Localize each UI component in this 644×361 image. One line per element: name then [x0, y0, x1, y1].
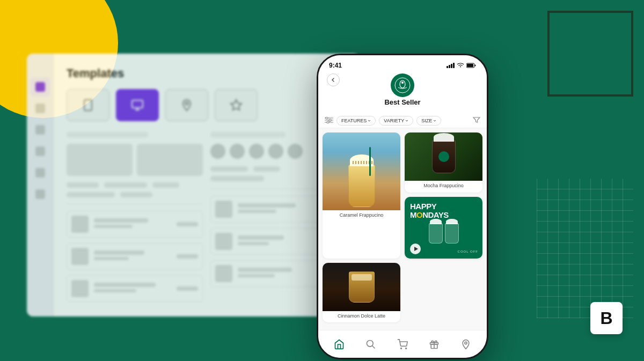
hm-cup-body-right: [445, 223, 459, 244]
svg-point-20: [367, 340, 374, 347]
product-mocha[interactable]: Mocha Frappucino: [405, 132, 482, 193]
svg-point-18: [329, 119, 331, 121]
pill-6: [210, 166, 248, 172]
icon-phone[interactable]: [67, 89, 109, 121]
nav-cart[interactable]: [397, 339, 408, 350]
list-line-2a: [94, 251, 144, 255]
battery-icon: [466, 63, 476, 68]
svg-point-10: [393, 76, 412, 94]
thumb-2: [137, 144, 203, 176]
svg-rect-8: [467, 64, 473, 67]
home-icon: [334, 339, 345, 350]
section-bar-2: [210, 132, 286, 137]
sidebar-active-dot: [35, 82, 45, 92]
hm-cup-right: [445, 223, 459, 244]
filter-chip-features[interactable]: FEATURES: [336, 116, 376, 126]
filter-funnel-icon[interactable]: [473, 116, 480, 126]
avatar-4: [268, 144, 283, 159]
list-item-2: [67, 243, 203, 270]
avatar-5: [288, 144, 303, 159]
list-line-1b: [94, 225, 133, 228]
back-button[interactable]: [327, 73, 340, 86]
sidebar-dot-5: [35, 189, 45, 199]
pill-4: [67, 192, 115, 197]
cinnamon-label: Cinnamon Dolce Latte: [323, 311, 400, 323]
list-thumb-4: [215, 201, 232, 218]
funnel-icon: [473, 116, 480, 124]
list-lines-6: [238, 268, 315, 279]
mocha-cup-art: [432, 140, 456, 173]
svg-point-17: [326, 117, 328, 119]
icon-monitor[interactable]: [116, 89, 159, 121]
list-lines-3: [94, 283, 171, 294]
filter-bar: FEATURES VARIETY SIZE: [318, 114, 487, 128]
gift-icon: [429, 339, 440, 350]
dark-rect-decoration: [547, 11, 633, 97]
pill-2: [104, 182, 147, 188]
play-button[interactable]: [410, 244, 421, 254]
filter-chip-variety[interactable]: VARIETY: [379, 116, 413, 126]
product-cinnamon[interactable]: Cinnamon Dolce Latte: [323, 263, 400, 323]
icon-location[interactable]: [165, 89, 208, 121]
products-grid: Caramel Frappucino Mocha Frappucino HAPP…: [318, 128, 487, 327]
list-thumb-3: [71, 280, 89, 297]
filter-features-label: FEATURES: [341, 118, 367, 123]
sidebar-dot-3: [35, 146, 45, 156]
wifi-icon: [457, 63, 464, 68]
mocha-label: Mocha Frappucino: [405, 181, 482, 193]
list-thumb-6: [215, 265, 232, 282]
brand-b-letter: B: [600, 308, 612, 328]
sidebar-dot-1: [35, 104, 45, 113]
svg-point-22: [401, 348, 402, 349]
mocha-image: [405, 132, 482, 181]
list-item-1: [67, 211, 203, 238]
mocha-whip-art: [434, 133, 454, 142]
status-bar: 9:41: [318, 55, 487, 71]
list-thumb-2: [71, 248, 89, 265]
product-happy-mondays[interactable]: HAPPY MONDAYS: [405, 197, 482, 259]
list-num-3: [177, 286, 198, 291]
m-letter: M: [410, 210, 416, 219]
list-line-2b: [94, 257, 129, 260]
svg-rect-9: [475, 65, 476, 67]
list-lines-2: [94, 251, 171, 262]
caramel-cup-body: [348, 164, 375, 207]
signal-icon: [447, 63, 455, 68]
filter-size-label: SIZE: [421, 118, 432, 123]
signal-bar-4: [453, 63, 455, 68]
icon-tabs-row: [67, 89, 347, 121]
phone-screen: 9:41: [318, 55, 487, 358]
ndays-letter: NDAYS: [422, 210, 449, 219]
nav-location[interactable]: [460, 339, 471, 350]
list-line-3a: [94, 283, 156, 287]
hm-cup-left: [429, 223, 443, 244]
happy-line2: MONDAYS: [410, 211, 477, 220]
sidebar-item-4: [30, 163, 50, 182]
sidebar-item-5: [30, 185, 50, 204]
cart-icon: [397, 339, 408, 350]
hm-whip-right: [446, 219, 458, 224]
sidebar-item-1: [30, 99, 50, 118]
list-lines-1: [94, 218, 171, 230]
icon-star[interactable]: [215, 89, 258, 121]
svg-point-26: [464, 342, 466, 344]
filter-chip-size[interactable]: SIZE: [416, 116, 441, 126]
product-caramel[interactable]: Caramel Frappucino: [323, 132, 400, 259]
list-lines-4: [238, 203, 315, 215]
hm-cup-body-left: [429, 223, 443, 244]
pill-8: [210, 176, 264, 181]
signal-bar-1: [447, 66, 448, 68]
caramel-label: Caramel Frappucino: [323, 210, 400, 222]
status-time: 9:41: [329, 62, 342, 69]
nav-search[interactable]: [365, 339, 376, 350]
nav-home[interactable]: [334, 339, 345, 350]
search-icon: [365, 339, 376, 350]
pill-1: [67, 182, 99, 188]
avatar-1: [210, 144, 225, 159]
chevron-down-icon: [368, 119, 371, 122]
nav-gift[interactable]: [429, 339, 440, 350]
phone-mockup: 9:41: [317, 54, 488, 359]
sidebar-dot-2: [35, 125, 45, 135]
sort-sliders-icon: [325, 117, 333, 123]
brand-b-mark: B: [590, 302, 623, 334]
